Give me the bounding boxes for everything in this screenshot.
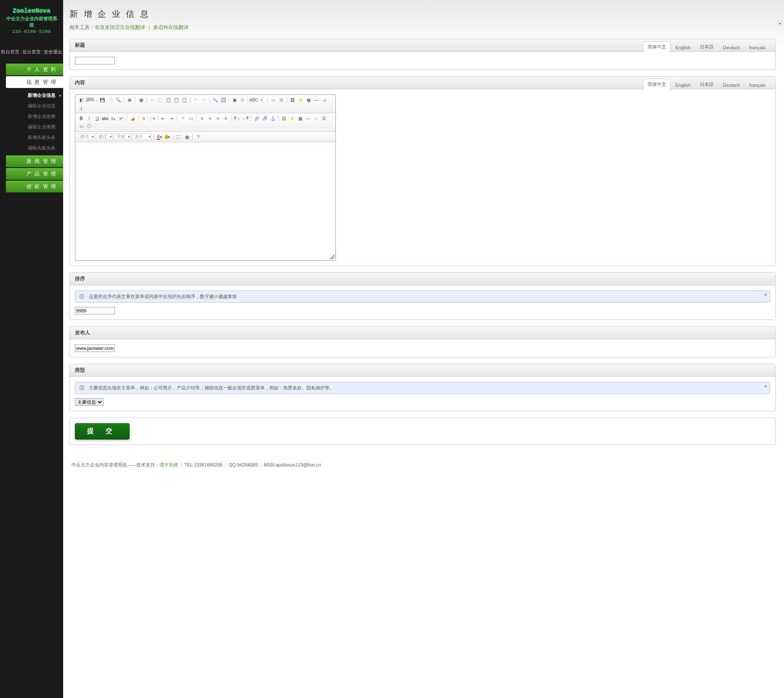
style-select[interactable]: 样式 bbox=[78, 133, 95, 140]
lang-ja-2[interactable]: 日本語 bbox=[695, 79, 718, 90]
print-icon[interactable]: 🖶 bbox=[126, 96, 133, 103]
template-icon[interactable]: ▦ bbox=[138, 96, 144, 103]
collapse-toolbar-icon[interactable]: ▴ bbox=[778, 20, 782, 25]
paste-word-icon[interactable]: 📋 bbox=[181, 96, 188, 103]
image2-icon[interactable]: 🖼 bbox=[281, 115, 287, 122]
strike-icon[interactable]: abc bbox=[102, 115, 109, 122]
eraser-icon[interactable]: ◢ bbox=[129, 115, 136, 122]
superscript-icon[interactable]: x² bbox=[118, 115, 125, 122]
iframe-icon[interactable]: ▭ bbox=[78, 123, 85, 130]
subnav-edit-header[interactable]: 编辑头版头条 bbox=[0, 143, 63, 153]
textcolor-icon[interactable]: A▾ bbox=[156, 133, 163, 140]
link-icon[interactable]: 🔗 bbox=[253, 115, 260, 122]
tool-multi[interactable]: 多语种在线翻译 bbox=[153, 24, 189, 30]
flash2-icon[interactable]: ⚡ bbox=[289, 115, 295, 122]
removeformat-icon[interactable]: ᴬ⃥ bbox=[239, 96, 246, 103]
numberlist-icon[interactable]: ≡ bbox=[141, 115, 147, 122]
sort-input[interactable] bbox=[75, 307, 115, 314]
subnav-edit-info[interactable]: 编辑企业信息 bbox=[0, 101, 63, 111]
scayt-icon[interactable]: ✓ bbox=[258, 96, 265, 103]
bgcolor-icon[interactable]: A▾ bbox=[164, 133, 171, 140]
image-icon[interactable]: 🖼 bbox=[289, 96, 296, 103]
subnav-edit-gallery[interactable]: 编辑企业画廊 bbox=[0, 122, 63, 132]
nav-product[interactable]: 产 品 管 理 bbox=[6, 168, 63, 180]
flash-icon[interactable]: ⚡ bbox=[297, 96, 304, 103]
specialchar-icon[interactable]: Ω bbox=[321, 115, 327, 122]
editor-textarea[interactable] bbox=[75, 142, 335, 260]
paste-text-icon[interactable]: 📋 bbox=[173, 96, 180, 103]
lang-fr-2[interactable]: français bbox=[744, 80, 770, 90]
subnav-add-gallery[interactable]: 新增企业画廊 bbox=[0, 111, 63, 122]
italic-icon[interactable]: I bbox=[86, 115, 93, 122]
publisher-input[interactable] bbox=[75, 344, 115, 352]
table-icon[interactable]: ▦ bbox=[305, 96, 312, 103]
resize-handle-icon[interactable] bbox=[330, 254, 335, 259]
nav-auth[interactable]: 授 权 管 理 bbox=[6, 181, 63, 192]
newpage-icon[interactable]: 📄 bbox=[107, 96, 114, 103]
bold-icon[interactable]: B bbox=[78, 115, 85, 122]
subnav-add-info[interactable]: 新增企业信息 bbox=[0, 90, 63, 101]
align-justify-icon[interactable]: ≡ bbox=[223, 115, 229, 122]
smiley2-icon[interactable]: ☺ bbox=[313, 115, 319, 122]
title-input[interactable] bbox=[75, 57, 115, 64]
close-icon[interactable]: ✕ bbox=[764, 293, 767, 297]
hr-icon[interactable]: — bbox=[313, 96, 320, 103]
tool-youdao[interactable]: 有道多国语言在线翻译 bbox=[95, 24, 145, 30]
footer-link[interactable]: 璞宇先锋 bbox=[159, 462, 178, 467]
anchor-icon[interactable]: ⚓ bbox=[269, 115, 276, 122]
replace-icon[interactable]: 🔄 bbox=[220, 96, 226, 103]
about-icon[interactable]: ⓘ bbox=[86, 123, 93, 130]
blockquote-icon[interactable]: ❝ bbox=[179, 115, 186, 122]
div-icon[interactable]: ▭ bbox=[187, 115, 194, 122]
maximize-icon[interactable]: ⛶ bbox=[175, 133, 182, 140]
preview-icon[interactable]: 🔍 bbox=[115, 96, 122, 103]
checkbox-icon[interactable]: ☑ bbox=[278, 96, 284, 103]
lang-zh-2[interactable]: 简体中文 bbox=[643, 79, 671, 90]
size-select[interactable]: 大小 bbox=[132, 133, 151, 140]
nav-info-manage[interactable]: 信 息 管 理 bbox=[6, 76, 63, 88]
submit-button[interactable]: 提 交 bbox=[75, 423, 130, 440]
align-left-icon[interactable]: ≡ bbox=[199, 115, 205, 122]
lang-zh[interactable]: 简体中文 bbox=[643, 41, 671, 52]
form-icon[interactable]: ▭ bbox=[270, 96, 276, 103]
indent-icon[interactable]: ⇥ bbox=[168, 115, 175, 122]
table2-icon[interactable]: ▦ bbox=[297, 115, 303, 122]
lang-de-2[interactable]: Deutsch bbox=[718, 80, 744, 90]
link-frontend[interactable]: 前台首页 bbox=[1, 49, 19, 54]
cut-icon[interactable]: ✂ bbox=[149, 96, 156, 103]
showblocks-icon[interactable]: ▦ bbox=[183, 133, 190, 140]
font-select[interactable]: 字体 bbox=[114, 133, 131, 140]
hr2-icon[interactable]: — bbox=[305, 115, 311, 122]
lang-fr[interactable]: français bbox=[744, 43, 770, 52]
lang-en[interactable]: English bbox=[671, 43, 695, 52]
align-center-icon[interactable]: ≡ bbox=[207, 115, 213, 122]
find-icon[interactable]: 🔍 bbox=[212, 96, 218, 103]
copy-icon[interactable]: 📋 bbox=[157, 96, 164, 103]
selectall-icon[interactable]: ▣ bbox=[231, 96, 238, 103]
source-icon[interactable]: ◧ bbox=[78, 96, 85, 103]
close-icon-2[interactable]: ✕ bbox=[764, 384, 767, 389]
bulletlist-icon[interactable]: ⋮≡ bbox=[149, 115, 155, 122]
paste-icon[interactable]: 📋 bbox=[165, 96, 172, 103]
lang-en-2[interactable]: English bbox=[671, 80, 695, 90]
unlink-icon[interactable]: 🔗⃥ bbox=[261, 115, 268, 122]
nav-profile[interactable]: 个 人 资 料 bbox=[6, 64, 63, 75]
lang-de[interactable]: Deutsch bbox=[718, 43, 744, 52]
save-icon[interactable]: 💾 bbox=[99, 96, 106, 103]
type-select[interactable]: 主要信息 bbox=[75, 398, 104, 406]
lang-ja[interactable]: 日本語 bbox=[695, 41, 718, 52]
subscript-icon[interactable]: x₂ bbox=[110, 115, 117, 122]
source-label[interactable]: 源码 bbox=[86, 97, 94, 103]
subnav-add-header[interactable]: 新增头版头条 bbox=[0, 132, 63, 143]
rtl-icon[interactable]: ←¶ bbox=[242, 115, 249, 122]
spellcheck-icon[interactable]: ABC bbox=[250, 96, 257, 103]
underline-icon[interactable]: U bbox=[94, 115, 101, 122]
format-select[interactable]: 格式 bbox=[96, 133, 113, 140]
smiley-icon[interactable]: ☺ bbox=[321, 96, 328, 103]
align-right-icon[interactable]: ≡ bbox=[215, 115, 221, 122]
pagebreak-icon[interactable]: ⤓ bbox=[78, 104, 85, 111]
redo-icon[interactable]: ↷ bbox=[200, 96, 207, 103]
nav-news[interactable]: 新 闻 管 理 bbox=[6, 155, 63, 167]
help-icon[interactable]: ? bbox=[195, 133, 202, 140]
link-logout[interactable]: 安全退出 bbox=[44, 49, 62, 54]
